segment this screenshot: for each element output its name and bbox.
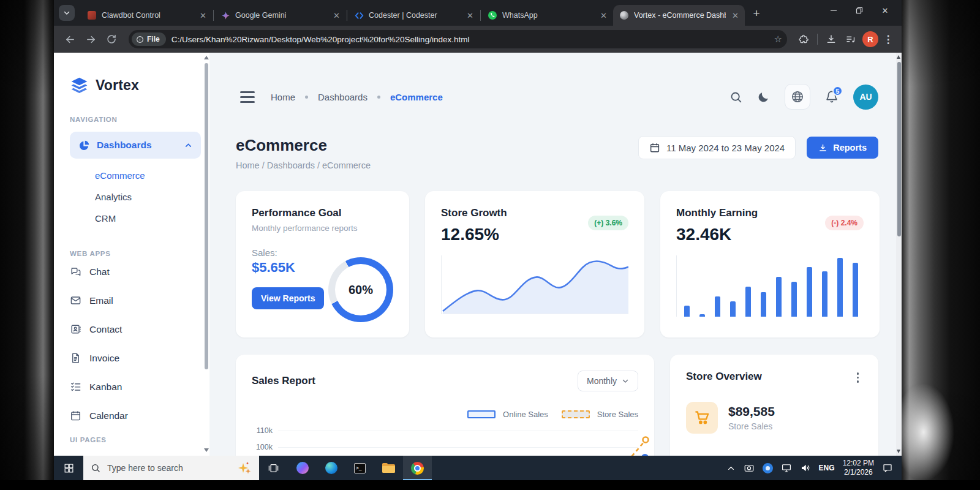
card-title: Sales Report: [252, 375, 315, 387]
window-minimize-button[interactable]: [821, 0, 846, 21]
browser-toolbar: File C:/Users/Khan%20Rizwan/Desktop/Web%…: [54, 26, 902, 53]
sidebar-item-contact[interactable]: Contact: [70, 315, 201, 344]
browser-menu-kebab-icon[interactable]: ⋮: [882, 33, 894, 46]
tab-close-icon[interactable]: ✕: [466, 11, 475, 20]
sidebar-item-analytics[interactable]: Analytics: [70, 186, 201, 208]
bookmark-star-icon[interactable]: ☆: [774, 34, 782, 45]
monthly-earning-card: Monthly Earning 32.46K (-) 2.4%: [660, 191, 880, 337]
sidebar-scrollbar[interactable]: [204, 53, 209, 456]
sales-report-card: Sales Report Monthly Online Sales Store …: [236, 355, 654, 456]
monthly-earning-bars: [676, 255, 864, 317]
reload-button[interactable]: [103, 31, 120, 48]
sidebar-item-label: Kanban: [89, 382, 122, 393]
sidebar-item-label: Email: [89, 295, 113, 306]
user-avatar[interactable]: AU: [853, 85, 878, 110]
earning-delta-badge: (-) 2.4%: [825, 216, 864, 230]
volume-icon[interactable]: [800, 462, 811, 473]
sidebar-item-calendar[interactable]: Calendar: [70, 401, 201, 430]
search-icon[interactable]: [729, 91, 742, 104]
tab-vortex-active[interactable]: Vortex - eCommerce Dashb ✕: [613, 5, 745, 26]
card-title: Performance Goal: [252, 207, 393, 219]
sales-report-lines: [278, 426, 652, 456]
top-navbar: Home Dashboards eCommerce: [236, 83, 878, 110]
start-button[interactable]: [54, 456, 83, 480]
monthly-earning-value: 32.46K: [676, 225, 758, 244]
edge-app-button[interactable]: [317, 456, 345, 480]
copilot-app-button[interactable]: [288, 456, 317, 480]
vortex-logo-icon: [70, 76, 89, 95]
store-sales-value: $89,585: [728, 404, 775, 419]
snip-camera-icon[interactable]: [744, 462, 755, 473]
tab-close-icon[interactable]: ✕: [198, 11, 208, 20]
downloads-icon[interactable]: [823, 31, 839, 47]
cart-icon: [694, 409, 710, 426]
store-growth-value: 12.65%: [441, 225, 507, 244]
language-globe-button[interactable]: [785, 84, 810, 110]
store-sales-tile: [686, 402, 718, 434]
forward-button[interactable]: [82, 31, 99, 48]
page-scrollbar[interactable]: [896, 53, 902, 456]
dark-mode-moon-icon[interactable]: [757, 91, 770, 104]
backdrop-bottom-strip: [0, 480, 980, 490]
file-explorer-button[interactable]: [374, 456, 403, 480]
sidebar-item-ecommerce[interactable]: eCommerce: [70, 165, 201, 186]
scroll-down-arrow-icon[interactable]: [204, 448, 209, 452]
breadcrumb-ecommerce[interactable]: eCommerce: [390, 92, 443, 102]
reports-button[interactable]: Reports: [807, 137, 878, 159]
y-axis-tick: 100k: [252, 443, 273, 451]
hidden-icons-chevron-icon[interactable]: [726, 464, 736, 473]
sales-report-chart: 110k 100k 90k: [252, 426, 638, 456]
sidebar-item-dashboards[interactable]: Dashboards: [70, 132, 201, 159]
sidebar-item-kanban[interactable]: Kanban: [70, 372, 201, 401]
legend-label-online: Online Sales: [503, 410, 548, 419]
tab-gemini[interactable]: Google Gemini ✕: [214, 5, 346, 26]
scrollbar-thumb[interactable]: [897, 62, 901, 236]
breadcrumb-home[interactable]: Home: [271, 92, 295, 102]
tab-close-icon[interactable]: ✕: [731, 11, 740, 20]
update-tray-icon[interactable]: [763, 463, 773, 473]
window-restore-button[interactable]: [846, 0, 872, 21]
card-title: Store Overview: [686, 371, 762, 383]
action-center-icon[interactable]: [882, 462, 893, 473]
task-view-button[interactable]: [259, 456, 288, 480]
scroll-up-arrow-icon[interactable]: [897, 55, 900, 59]
view-reports-button[interactable]: View Reports: [252, 287, 324, 309]
language-indicator[interactable]: ENG: [819, 464, 835, 472]
scroll-down-arrow-icon[interactable]: [897, 450, 900, 453]
breadcrumb-dashboards[interactable]: Dashboards: [318, 92, 368, 102]
tab-close-icon[interactable]: ✕: [332, 11, 341, 20]
tab-search-button[interactable]: [59, 5, 75, 21]
window-close-button[interactable]: ✕: [872, 0, 898, 21]
file-scheme-chip[interactable]: File: [132, 32, 166, 46]
tab-close-icon[interactable]: ✕: [599, 11, 608, 20]
sidebar-item-invoice[interactable]: Invoice: [70, 344, 201, 372]
media-playlist-icon[interactable]: [843, 31, 859, 47]
clock[interactable]: 12:02 PM 2/1/2026: [843, 459, 874, 477]
tab-separator: [213, 10, 214, 21]
back-button[interactable]: [61, 31, 78, 48]
hamburger-menu-icon[interactable]: [240, 91, 255, 103]
terminal-app-button[interactable]: >_: [345, 456, 374, 480]
tab-clawdbot[interactable]: Clawdbot Control ✕: [81, 5, 213, 26]
brand: Vortex: [70, 76, 201, 95]
notifications-bell-button[interactable]: 5: [825, 90, 839, 104]
sidebar-item-chat[interactable]: Chat: [70, 257, 201, 286]
new-tab-button[interactable]: +: [747, 5, 766, 22]
date-range-picker[interactable]: 11 May 2024 to 23 May 2024: [638, 136, 796, 159]
chrome-app-button[interactable]: [403, 456, 432, 480]
scrollbar-thumb[interactable]: [205, 63, 208, 369]
sidebar-item-crm[interactable]: CRM: [70, 208, 201, 229]
browser-profile-avatar[interactable]: R: [862, 31, 878, 47]
extensions-icon[interactable]: [796, 31, 812, 47]
sidebar-item-email[interactable]: Email: [70, 286, 201, 315]
period-dropdown[interactable]: Monthly: [578, 371, 638, 391]
taskbar-search[interactable]: Type here to search: [83, 456, 259, 480]
network-icon[interactable]: [781, 462, 792, 473]
address-bar[interactable]: File C:/Users/Khan%20Rizwan/Desktop/Web%…: [129, 30, 787, 48]
scroll-up-arrow-icon[interactable]: [204, 56, 209, 59]
chart-legend: Online Sales Store Sales: [252, 410, 638, 419]
tab-codester[interactable]: Codester | Codester ✕: [348, 5, 480, 26]
tab-whatsapp[interactable]: WhatsApp ✕: [481, 5, 613, 26]
topbar-actions: 5 AU: [729, 84, 878, 110]
card-menu-kebab-icon[interactable]: [853, 371, 863, 385]
